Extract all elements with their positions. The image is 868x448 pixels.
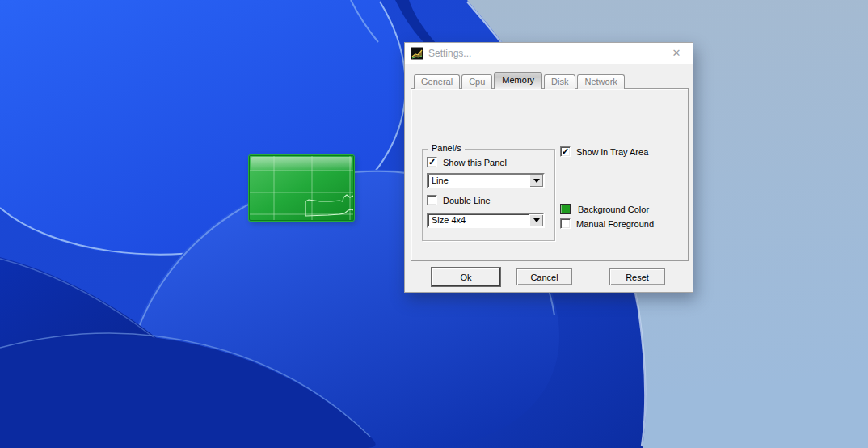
show-this-panel-label: Show this Panel — [443, 158, 507, 167]
manual-foreground-label: Manual Foreground — [576, 219, 654, 229]
checkbox[interactable] — [427, 195, 437, 205]
checkbox[interactable]: ✓ — [427, 157, 437, 167]
double-line-checkbox[interactable]: Double Line — [427, 195, 491, 205]
show-in-tray-label: Show in Tray Area — [576, 147, 648, 157]
memory-graph — [250, 156, 353, 220]
chevron-down-icon — [533, 179, 540, 183]
dropdown-button[interactable] — [529, 175, 543, 187]
tab-network[interactable]: Network — [577, 74, 624, 89]
memory-tab-page: Panel/s ✓ Show this Panel Line Double Li… — [411, 88, 689, 261]
close-icon: ✕ — [672, 47, 681, 59]
app-chart-icon — [411, 47, 423, 60]
close-button[interactable]: ✕ — [660, 43, 693, 64]
panel-size-value: Size 4x4 — [432, 214, 466, 226]
panel-style-value: Line — [432, 175, 449, 187]
panel-size-select[interactable]: Size 4x4 — [427, 213, 545, 228]
gloss-highlight — [251, 157, 352, 171]
checkbox[interactable] — [560, 218, 571, 229]
manual-foreground-checkbox[interactable]: Manual Foreground — [560, 218, 654, 229]
tab-disk[interactable]: Disk — [544, 74, 575, 89]
panel-group-title: Panel/s — [428, 143, 465, 153]
window-title: Settings... — [428, 48, 660, 59]
checkbox[interactable]: ✓ — [560, 146, 571, 157]
settings-dialog: Settings... ✕ General Cpu Memory Disk Ne… — [404, 42, 693, 293]
titlebar[interactable]: Settings... ✕ — [405, 43, 693, 64]
show-in-tray-checkbox[interactable]: ✓ Show in Tray Area — [560, 146, 648, 157]
desktop: Settings... ✕ General Cpu Memory Disk Ne… — [0, 0, 868, 448]
dropdown-button[interactable] — [529, 214, 543, 226]
background-color-row[interactable]: Background Color — [560, 204, 649, 214]
ok-button[interactable]: Ok — [432, 268, 500, 286]
cancel-button[interactable]: Cancel — [516, 268, 572, 285]
memory-usage-line-lower — [305, 209, 353, 216]
reset-button[interactable]: Reset — [609, 268, 665, 285]
double-line-label: Double Line — [443, 196, 491, 205]
memory-monitor-widget[interactable] — [249, 155, 354, 221]
tab-cpu[interactable]: Cpu — [461, 74, 492, 89]
show-this-panel-checkbox[interactable]: ✓ Show this Panel — [427, 157, 507, 167]
memory-usage-line-upper — [305, 195, 353, 216]
background-color-label: Background Color — [578, 205, 649, 214]
tab-general[interactable]: General — [414, 74, 460, 89]
panel-style-select[interactable]: Line — [427, 173, 545, 188]
tab-memory[interactable]: Memory — [494, 72, 542, 89]
tab-bar: General Cpu Memory Disk Network — [414, 72, 626, 89]
background-color-swatch[interactable] — [560, 204, 571, 214]
chevron-down-icon — [533, 218, 540, 222]
